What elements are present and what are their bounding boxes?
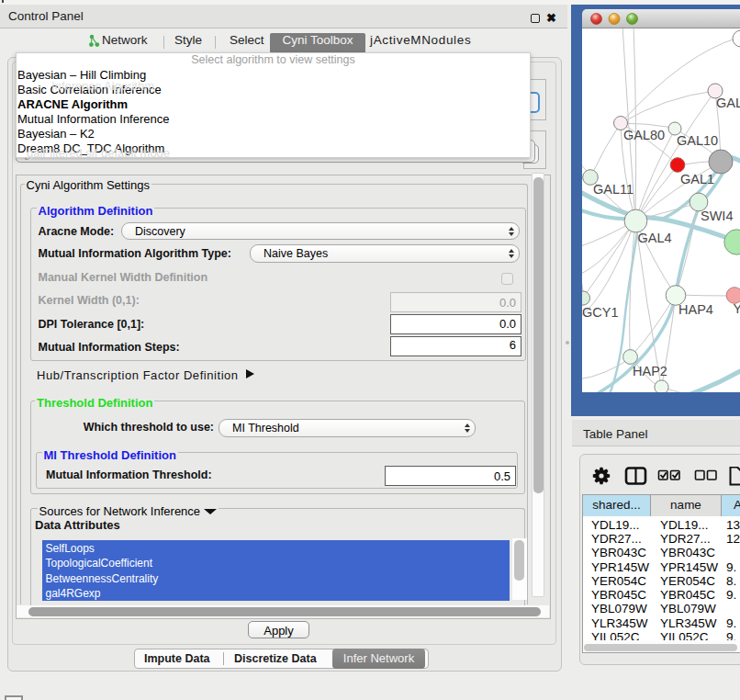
svg-text:HAP2: HAP2 (633, 364, 667, 378)
svg-text:GCY1: GCY1 (582, 305, 619, 320)
svg-text:GAL: GAL (716, 96, 740, 110)
svg-text:GAL1: GAL1 (680, 172, 714, 186)
svg-text:SWI4: SWI4 (701, 209, 733, 223)
svg-text:GAL4: GAL4 (638, 231, 672, 245)
svg-text:GAL80: GAL80 (623, 128, 665, 142)
svg-text:GAL11: GAL11 (593, 182, 633, 197)
svg-text:GAL10: GAL10 (677, 133, 718, 148)
svg-text:HAP4: HAP4 (678, 302, 713, 317)
svg-text:Y: Y (734, 301, 740, 316)
